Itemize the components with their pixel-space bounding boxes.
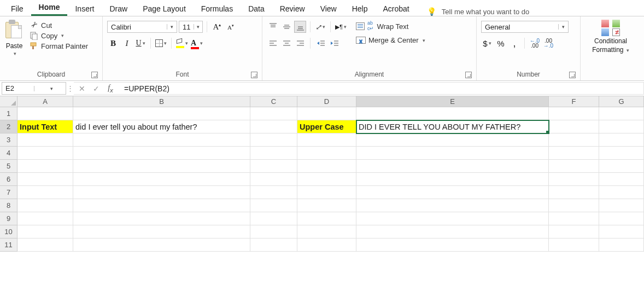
tab-home[interactable]: Home (31, 0, 68, 16)
dialog-launcher[interactable] (465, 72, 472, 78)
cell-B1[interactable] (73, 107, 250, 120)
tell-me-search[interactable]: 💡 Tell me what you want to do (417, 7, 529, 16)
cell-G4[interactable] (599, 147, 644, 160)
row-header-6[interactable]: 6 (0, 173, 17, 186)
cell-G9[interactable] (599, 212, 644, 225)
cell-C9[interactable] (250, 212, 297, 225)
cell-F10[interactable] (549, 225, 599, 239)
cell-B3[interactable] (73, 133, 250, 147)
cell-F4[interactable] (549, 147, 599, 160)
cell-C6[interactable] (250, 173, 297, 186)
cell-G6[interactable] (599, 173, 644, 186)
cell-C11[interactable] (250, 239, 297, 252)
cell-D1[interactable] (297, 107, 356, 120)
cell-A3[interactable] (17, 133, 73, 147)
cell-C1[interactable] (250, 107, 297, 120)
cell-D7[interactable] (297, 186, 356, 199)
cell-C5[interactable] (250, 160, 297, 173)
cell-D3[interactable] (297, 133, 356, 147)
copy-button[interactable]: Copy ▾ (30, 31, 88, 40)
align-middle-button[interactable] (280, 21, 292, 33)
cell-F1[interactable] (549, 107, 599, 120)
cell-C4[interactable] (250, 147, 297, 160)
cell-E2[interactable]: DID I EVER TELL YOU ABOUT MY FATHER? (356, 120, 549, 133)
cell-C7[interactable] (250, 186, 297, 199)
cell-D8[interactable] (297, 199, 356, 212)
tab-data[interactable]: Data (241, 2, 272, 16)
cell-A8[interactable] (17, 199, 73, 212)
text-direction-button[interactable]: ▶¶▾ (335, 21, 347, 33)
align-bottom-button[interactable] (294, 21, 306, 33)
cell-B8[interactable] (73, 199, 250, 212)
underline-button[interactable]: U▾ (134, 37, 147, 49)
wrap-text-button[interactable]: abc↵ Wrap Text (356, 21, 425, 32)
tab-page-layout[interactable]: Page Layout (135, 2, 194, 16)
tab-insert[interactable]: Insert (67, 2, 102, 16)
row-header-7[interactable]: 7 (0, 186, 17, 199)
cell-F7[interactable] (549, 186, 599, 199)
dialog-launcher[interactable] (251, 72, 257, 78)
row-header-9[interactable]: 9 (0, 212, 17, 225)
cell-E6[interactable] (356, 173, 549, 186)
cell-G2[interactable] (599, 120, 644, 133)
cell-A6[interactable] (17, 173, 73, 186)
cell-E8[interactable] (356, 199, 549, 212)
cell-A7[interactable] (17, 186, 73, 199)
cell-B10[interactable] (73, 225, 250, 239)
row-header-10[interactable]: 10 (0, 225, 17, 239)
cell-B4[interactable] (73, 147, 250, 160)
cell-E7[interactable] (356, 186, 549, 199)
cell-C3[interactable] (250, 133, 297, 147)
comma-format-button[interactable]: , (508, 37, 520, 49)
number-format-combo[interactable]: General▾ (481, 21, 569, 33)
borders-button[interactable]: ▾ (155, 37, 167, 49)
cell-D10[interactable] (297, 225, 356, 239)
col-header-D[interactable]: D (297, 96, 356, 107)
cell-F9[interactable] (549, 212, 599, 225)
italic-button[interactable]: I (121, 37, 133, 49)
dialog-launcher[interactable] (569, 72, 576, 78)
cell-B9[interactable] (73, 212, 250, 225)
tab-draw[interactable]: Draw (102, 2, 135, 16)
col-header-E[interactable]: E (356, 96, 549, 107)
cell-F6[interactable] (549, 173, 599, 186)
cell-G10[interactable] (599, 225, 644, 239)
row-header-5[interactable]: 5 (0, 160, 17, 173)
enter-formula-button[interactable]: ✓ (89, 84, 103, 93)
font-color-button[interactable]: A▾ (190, 37, 203, 49)
cell-B6[interactable] (73, 173, 250, 186)
cell-D9[interactable] (297, 212, 356, 225)
cell-E9[interactable] (356, 212, 549, 225)
cell-D4[interactable] (297, 147, 356, 160)
cell-E11[interactable] (356, 239, 549, 252)
fill-color-button[interactable]: ▾ (175, 37, 189, 49)
decrease-indent-button[interactable] (314, 37, 326, 49)
cell-C10[interactable] (250, 225, 297, 239)
cell-E10[interactable] (356, 225, 549, 239)
row-header-2[interactable]: 2 (0, 120, 17, 133)
increase-indent-button[interactable] (328, 37, 340, 49)
row-header-8[interactable]: 8 (0, 199, 17, 212)
cell-B5[interactable] (73, 160, 250, 173)
cell-C2[interactable] (250, 120, 297, 133)
cell-A1[interactable] (17, 107, 73, 120)
insert-function-button[interactable]: fx (103, 83, 118, 94)
formula-input[interactable]: =UPPER(B2) (119, 82, 644, 95)
cell-D11[interactable] (297, 239, 356, 252)
cell-E3[interactable] (356, 133, 549, 147)
cell-B7[interactable] (73, 186, 250, 199)
cell-E1[interactable] (356, 107, 549, 120)
dialog-launcher[interactable] (91, 72, 98, 78)
cell-B2[interactable]: did I ever tell you about my father? (73, 120, 250, 133)
increase-decimal-button[interactable]: ←.0.00 (529, 37, 541, 49)
cell-C8[interactable] (250, 199, 297, 212)
percent-format-button[interactable]: % (495, 37, 507, 49)
cell-B11[interactable] (73, 239, 250, 252)
cell-D6[interactable] (297, 173, 356, 186)
tab-help[interactable]: Help (344, 2, 376, 16)
paste-button[interactable]: Paste ▾ (4, 19, 24, 57)
row-header-3[interactable]: 3 (0, 133, 17, 147)
row-header-4[interactable]: 4 (0, 147, 17, 160)
align-center-button[interactable] (280, 37, 292, 49)
cell-A5[interactable] (17, 160, 73, 173)
